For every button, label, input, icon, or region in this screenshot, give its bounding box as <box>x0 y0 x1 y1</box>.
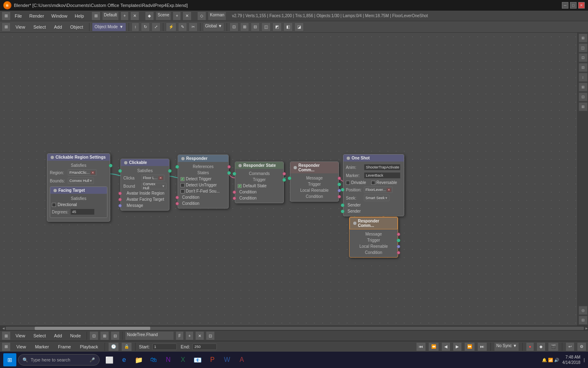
scroll-right-btn[interactable]: ► <box>585 326 588 330</box>
view-menu[interactable]: View <box>12 22 29 31</box>
layout-grid-btn[interactable]: ⊞ <box>91 11 100 20</box>
one-shot-pos-in[interactable] <box>341 188 344 191</box>
rc2-message-out[interactable] <box>397 233 400 236</box>
rc2-trigger-out[interactable] <box>397 239 400 242</box>
powerpoint-btn[interactable]: P <box>206 353 219 366</box>
default-state-check[interactable] <box>238 184 242 188</box>
object-menu[interactable]: Object <box>67 22 87 31</box>
tl-play[interactable]: ▶ <box>453 342 462 351</box>
collapse-icon[interactable] <box>51 156 54 159</box>
one-shot-sender2-in[interactable] <box>341 210 344 213</box>
responder-cond1-in[interactable] <box>176 196 179 199</box>
transform2-btn[interactable]: ↻ <box>141 22 150 31</box>
engine-icon-btn[interactable]: ◇ <box>197 11 206 20</box>
rt-btn-9[interactable]: ◎ <box>579 306 588 315</box>
node-snap-btn[interactable]: ⊞ <box>100 331 109 340</box>
word-btn[interactable]: W <box>220 353 234 366</box>
rt-btn-8[interactable]: ⊞ <box>579 102 588 111</box>
anim-field[interactable]: ShooterTrapActivate <box>364 164 401 171</box>
viewport-icon[interactable]: ⊞ <box>2 22 11 31</box>
scale-btn[interactable]: ⤢ <box>151 22 160 31</box>
icon-view-button[interactable]: ⊞ <box>2 11 11 20</box>
facing-collapse-icon[interactable] <box>53 189 57 192</box>
tl-jump-start[interactable]: ⏮ <box>416 342 426 351</box>
start-field[interactable]: 1 <box>152 343 177 350</box>
rc1-collapse-icon[interactable] <box>294 166 297 169</box>
bounds-select[interactable]: Convex Hull ▼ <box>68 177 94 184</box>
menu-render[interactable]: Render <box>26 11 47 20</box>
scroll-left-btn[interactable]: ◄ <box>2 326 5 330</box>
search-box[interactable]: 🔍 Type here to search 🎤 <box>18 354 100 366</box>
x-btn[interactable]: ✕ <box>130 11 139 20</box>
responder-collapse-icon[interactable] <box>181 157 185 160</box>
node-responder-header[interactable]: Responder <box>178 155 228 162</box>
rt-btn-10[interactable]: ⊟ <box>579 316 588 325</box>
rc2-cond-out[interactable] <box>397 251 400 254</box>
rc1-local-out[interactable] <box>338 189 341 192</box>
detect-untrigger-check[interactable] <box>180 183 185 187</box>
position-select[interactable]: FloorLever... ✕ <box>364 186 393 193</box>
timeline-view-menu[interactable]: View <box>13 342 29 351</box>
responder-states-out[interactable] <box>227 171 231 175</box>
avatar-inside-in[interactable] <box>118 192 122 195</box>
add-menu[interactable]: Add <box>51 22 65 31</box>
tl-prev-frame[interactable]: ⏪ <box>428 342 439 351</box>
minimize-button[interactable]: ─ <box>562 2 568 9</box>
timeline-playback-menu[interactable]: Playback <box>77 342 102 351</box>
menu-window[interactable]: Window <box>48 11 71 20</box>
node-link-btn[interactable]: ⊡ <box>206 331 215 340</box>
marker-field[interactable]: LeverBack <box>364 172 401 179</box>
snap2-btn[interactable]: ⊞ <box>240 22 249 31</box>
rc1-message-in[interactable] <box>288 177 291 180</box>
tl-key-btn[interactable]: ◆ <box>537 342 546 351</box>
scene-x-btn[interactable]: ✕ <box>183 11 192 20</box>
tl-record-btn[interactable]: ● <box>526 342 534 351</box>
tl-marker-btn[interactable]: ↩ <box>566 342 575 351</box>
close-button[interactable]: ✕ <box>578 2 585 9</box>
node-type-btn[interactable]: ⊡ <box>89 331 98 340</box>
rc1-cond-out[interactable] <box>338 195 341 198</box>
timeline-clock-btn[interactable]: 🕐 <box>108 342 119 351</box>
start-button[interactable]: ⊞ <box>3 353 16 366</box>
access-btn[interactable]: A <box>235 353 248 366</box>
responder-ref-out[interactable] <box>227 165 231 168</box>
node-tree-select[interactable]: NodeTree.Fhand <box>125 331 174 340</box>
node-node-menu[interactable]: Node <box>67 331 84 340</box>
rt-btn-6[interactable]: ⊞ <box>579 83 588 92</box>
satisfies-socket-out[interactable] <box>109 164 112 167</box>
detect-trigger-check[interactable] <box>180 177 185 181</box>
node-select-menu[interactable]: Select <box>30 331 49 340</box>
timeline-frame-menu[interactable]: Frame <box>55 342 74 351</box>
avatar-facing-in[interactable] <box>118 198 122 201</box>
rc1-trigger-out[interactable] <box>338 183 341 186</box>
snap-btn[interactable]: ⊡ <box>229 22 238 31</box>
directional-checkbox[interactable] <box>52 203 56 207</box>
responder-state-collapse-icon[interactable] <box>238 164 242 167</box>
onenote-btn[interactable]: N <box>162 353 175 366</box>
node-frame-btn[interactable]: ⊟ <box>111 331 120 340</box>
explorer-btn[interactable]: 📁 <box>132 353 145 366</box>
rt-btn-2[interactable]: ◫ <box>579 43 588 52</box>
h-scrollbar[interactable]: ◄ ► <box>0 325 588 330</box>
responder-cond2-in[interactable] <box>176 202 179 205</box>
layout-mode-select[interactable]: Default <box>102 11 119 20</box>
node-one-shot-header[interactable]: One Shot <box>343 155 404 162</box>
tool3[interactable]: ✂ <box>189 22 198 31</box>
rs-cond1-in[interactable] <box>233 191 236 194</box>
scroll-thumb[interactable] <box>35 327 150 330</box>
node-x-btn3[interactable]: ✕ <box>195 331 204 340</box>
tl-jump-end[interactable]: ⏭ <box>477 342 487 351</box>
rt-btn-3[interactable]: ⊡ <box>579 53 588 62</box>
rs-cond2-in[interactable] <box>233 197 236 200</box>
clickable-satisfies-in[interactable] <box>118 169 122 173</box>
clickable-satisfies-out[interactable] <box>168 169 172 173</box>
facing-target-header[interactable]: Facing Target <box>50 187 107 194</box>
one-shot-sender1-in[interactable] <box>341 204 344 207</box>
node-editor[interactable]: Clickable Region Settings Satisfies Regi… <box>0 33 588 325</box>
scene-select[interactable]: Scene <box>156 11 171 20</box>
timeline-lock-btn[interactable]: 🔒 <box>121 342 132 351</box>
clicka-select[interactable]: Floor L... ✕ <box>141 175 165 181</box>
node-editor-icon[interactable]: ⊞ <box>2 331 11 340</box>
tool1[interactable]: ⚡ <box>166 22 176 31</box>
region-select[interactable]: FHandClic... ✕ <box>68 169 97 176</box>
